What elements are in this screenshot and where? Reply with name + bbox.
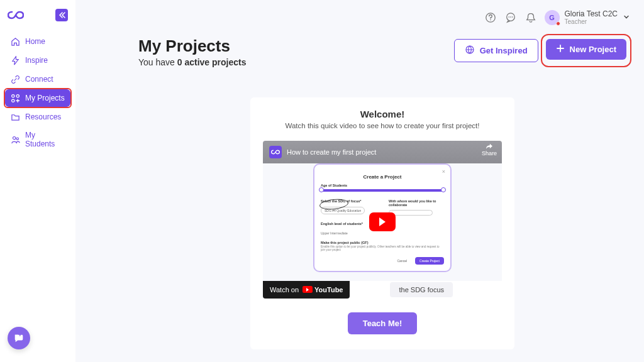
sidebar-item-label: My Students bbox=[25, 131, 65, 148]
play-button[interactable] bbox=[369, 212, 396, 231]
grid-plus-icon bbox=[10, 93, 20, 103]
welcome-title: Welcome! bbox=[360, 109, 405, 119]
main: G Gloria Test C2C Teacher My Projects Yo… bbox=[75, 0, 644, 362]
sidebar-item-label: Resources bbox=[25, 112, 61, 121]
bell-icon[interactable] bbox=[525, 11, 537, 24]
watch-on-youtube[interactable]: Watch on YouTube bbox=[263, 281, 350, 299]
sidebar: Home Inspire Connect My Projects Resourc… bbox=[0, 0, 75, 362]
avatar: G bbox=[545, 10, 560, 25]
sidebar-item-label: Home bbox=[25, 37, 45, 46]
welcome-subtitle: Watch this quick video to see how to cre… bbox=[286, 122, 480, 129]
page-title-block: My Projects You have 0 active projects bbox=[138, 36, 247, 67]
users-icon bbox=[10, 134, 20, 145]
status-dot bbox=[556, 21, 560, 26]
avatar-initial: G bbox=[549, 14, 555, 21]
sidebar-item-my-students[interactable]: My Students bbox=[5, 127, 70, 152]
sidebar-collapse-button[interactable] bbox=[55, 9, 68, 21]
globe-icon bbox=[465, 45, 475, 57]
sidebar-item-label: My Projects bbox=[25, 94, 65, 102]
video-embed[interactable]: How to create my first project Share × C… bbox=[263, 141, 502, 281]
svg-point-6 bbox=[490, 19, 491, 21]
video-publisher-logo bbox=[269, 146, 282, 158]
svg-point-4 bbox=[16, 137, 18, 139]
get-inspired-button[interactable]: Get Inspired bbox=[454, 39, 538, 62]
sidebar-item-my-projects[interactable]: My Projects bbox=[5, 89, 70, 107]
plus-icon bbox=[556, 44, 565, 55]
age-slider bbox=[321, 189, 444, 192]
video-share-button[interactable]: Share bbox=[482, 143, 497, 156]
sdg-tag: the SDG focus bbox=[390, 282, 453, 297]
brand-logo bbox=[8, 9, 24, 21]
chevron-down-icon bbox=[623, 12, 630, 23]
help-icon[interactable] bbox=[484, 11, 497, 24]
chat-icon[interactable] bbox=[504, 11, 517, 24]
sidebar-nav: Home Inspire Connect My Projects Resourc… bbox=[5, 33, 70, 152]
svg-point-10 bbox=[511, 16, 513, 18]
user-role: Teacher bbox=[565, 18, 618, 25]
close-icon: × bbox=[442, 168, 445, 175]
user-menu[interactable]: G Gloria Test C2C Teacher bbox=[545, 10, 630, 25]
page-subtitle: You have 0 active projects bbox=[138, 57, 247, 67]
sidebar-item-connect[interactable]: Connect bbox=[5, 70, 70, 88]
sidebar-item-resources[interactable]: Resources bbox=[5, 108, 70, 126]
teach-me-button[interactable]: Teach Me! bbox=[348, 312, 418, 334]
svg-point-2 bbox=[11, 99, 14, 102]
bolt-icon bbox=[10, 55, 20, 65]
svg-point-1 bbox=[16, 94, 19, 97]
sidebar-item-highlight: My Projects bbox=[5, 89, 70, 107]
svg-point-3 bbox=[13, 136, 15, 139]
welcome-card: Welcome! Watch this quick video to see h… bbox=[250, 97, 514, 349]
new-project-highlight: New Project bbox=[546, 39, 626, 62]
sidebar-item-inspire[interactable]: Inspire bbox=[5, 52, 70, 69]
folder-icon bbox=[10, 112, 20, 122]
sidebar-item-home[interactable]: Home bbox=[5, 33, 70, 50]
sidebar-item-label: Connect bbox=[25, 75, 53, 84]
topbar: G Gloria Test C2C Teacher bbox=[75, 0, 644, 25]
svg-point-0 bbox=[11, 94, 14, 97]
page-title: My Projects bbox=[138, 36, 247, 56]
button-label: Get Inspired bbox=[480, 46, 528, 55]
user-name: Gloria Test C2C bbox=[565, 10, 618, 18]
link-icon bbox=[10, 74, 20, 84]
video-title: How to create my first project bbox=[287, 148, 376, 156]
svg-point-8 bbox=[508, 16, 509, 18]
home-icon bbox=[10, 36, 20, 47]
new-project-button[interactable]: New Project bbox=[546, 39, 626, 60]
button-label: New Project bbox=[570, 45, 616, 54]
svg-point-9 bbox=[510, 16, 511, 18]
sidebar-item-label: Inspire bbox=[25, 56, 48, 65]
youtube-logo: YouTube bbox=[303, 286, 343, 293]
chat-widget-button[interactable] bbox=[8, 327, 30, 349]
